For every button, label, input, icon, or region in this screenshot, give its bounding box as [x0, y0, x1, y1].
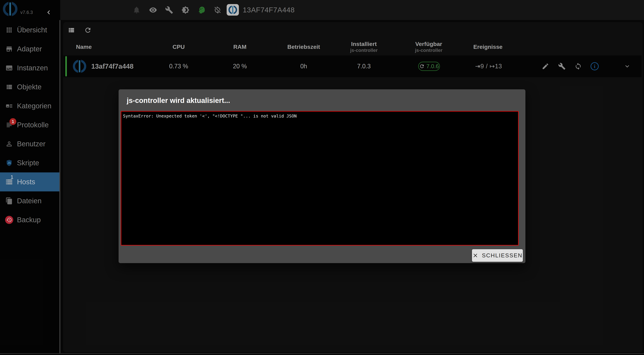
iobroker-admin-window: 13AF74F7A448 v7.6.3 Übersicht A [0, 0, 644, 355]
close-x-icon [472, 252, 478, 259]
update-dialog: js-controller wird aktualisiert... Synta… [118, 89, 526, 263]
terminal-error-line: SyntaxError: Unexpected token '<', "<!DO… [123, 114, 516, 118]
update-terminal-output: SyntaxError: Unexpected token '<', "<!DO… [121, 111, 519, 246]
window-bottom-border [0, 353, 644, 354]
dialog-title: js-controller wird aktualisiert... [127, 96, 230, 105]
close-dialog-button[interactable]: SCHLIESSEN [472, 249, 523, 262]
close-dialog-label: SCHLIESSEN [482, 252, 522, 259]
